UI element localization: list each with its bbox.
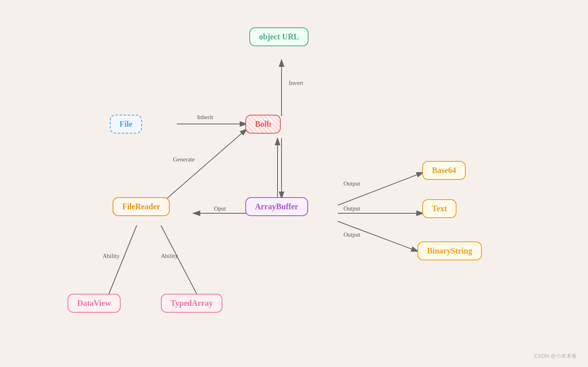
node-base64: Base64 <box>422 161 466 180</box>
label-invert: Invert <box>289 80 303 87</box>
text-label: Text <box>432 204 447 213</box>
binarystring-label: BinaryString <box>427 246 472 255</box>
node-objecturl: object URL <box>249 27 308 46</box>
label-output1: Output <box>343 180 360 187</box>
label-ability2: Ability <box>161 253 178 260</box>
objecturl-label: object URL <box>259 32 299 41</box>
node-blob: Bolb <box>245 115 281 134</box>
node-binarystring: BinaryString <box>417 241 482 260</box>
svg-line-6 <box>157 129 247 207</box>
label-ability1: Ability <box>103 253 120 260</box>
label-generate: Generate <box>173 156 195 163</box>
node-dataview: DataView <box>68 294 121 313</box>
node-typedarray: TypedArray <box>161 294 222 313</box>
label-oput: Oput <box>214 205 226 212</box>
watermark: CSDN @小木木爸 <box>534 353 577 360</box>
filereader-label: FileReader <box>122 202 160 211</box>
svg-line-12 <box>161 225 197 295</box>
dataview-label: DataView <box>77 299 111 307</box>
label-output3: Output <box>343 231 360 238</box>
svg-line-11 <box>109 225 137 295</box>
label-inherit: Inherit <box>197 114 213 121</box>
svg-line-8 <box>338 172 424 205</box>
blob-label: Bolb <box>255 120 271 128</box>
node-filereader: FileReader <box>113 197 170 216</box>
node-text: Text <box>422 199 456 218</box>
base64-label: Base64 <box>432 166 456 175</box>
typedarray-label: TypedArray <box>171 299 213 307</box>
diagram-container: object URL Bolb File ArrayBuffer FileRea… <box>0 0 588 367</box>
arraybuffer-label: ArrayBuffer <box>255 202 298 211</box>
label-output2: Output <box>343 205 360 212</box>
file-label: File <box>119 120 132 128</box>
node-arraybuffer: ArrayBuffer <box>245 197 308 216</box>
node-file: File <box>110 115 142 134</box>
